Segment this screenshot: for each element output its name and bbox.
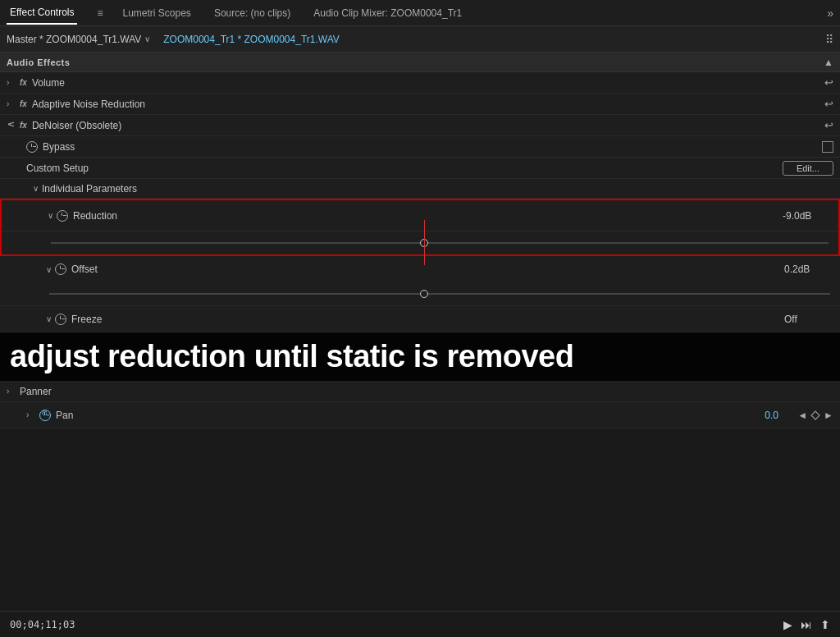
offset-group: ∨ Offset 0.2dB <box>0 256 840 306</box>
volume-expand-arrow[interactable]: › <box>7 78 16 87</box>
active-clip-label[interactable]: ZOOM0004_Tr1 * ZOOM0004_Tr1.WAV <box>163 34 340 45</box>
reduction-expand-arrow[interactable]: ∨ <box>48 211 53 220</box>
main-spacer <box>0 428 840 637</box>
adaptive-noise-row: › fx Adaptive Noise Reduction ↩ <box>0 94 840 115</box>
offset-label: Offset <box>71 264 784 275</box>
tab-audio-clip-mixer[interactable]: Audio Clip Mixer: ZOOM0004_Tr1 <box>310 2 465 24</box>
bypass-label: Bypass <box>43 141 822 153</box>
pan-expand-arrow[interactable]: › <box>26 410 36 419</box>
audio-effects-title: Audio Effects <box>7 57 70 67</box>
tab-source[interactable]: Source: (no clips) <box>211 2 294 24</box>
denoiser-fx-badge: fx <box>20 121 27 130</box>
play-button[interactable]: ▶ <box>783 618 792 631</box>
denoiser-effect-row: ∨ fx DeNoiser (Obsolete) ↩ <box>0 115 840 136</box>
denoiser-effect-name: DeNoiser (Obsolete) <box>32 120 824 131</box>
pan-back-arrow[interactable]: ◄ <box>797 410 807 421</box>
master-clip-label: Master * ZOOM0004_Tr1.WAV <box>7 34 141 45</box>
clip-row-options[interactable]: ⠿ <box>825 33 833 46</box>
volume-effect-name: Volume <box>32 77 824 89</box>
reduction-row: ∨ Reduction -9.0dB <box>2 200 838 231</box>
freeze-row: ∨ Freeze Off <box>0 306 840 332</box>
offset-row: ∨ Offset 0.2dB <box>0 256 840 282</box>
pan-value: 0.0 <box>765 410 797 421</box>
tab-lumetri-scopes[interactable]: Lumetri Scopes <box>120 2 194 24</box>
reduction-slider-red-line <box>424 220 425 265</box>
pan-diamond[interactable] <box>810 410 819 419</box>
pan-controls: ◄ ► <box>797 410 833 421</box>
clip-selector-chevron[interactable]: ∨ <box>144 34 150 44</box>
playback-controls: ▶ ⏭ ⬆ <box>783 618 830 631</box>
edit-button[interactable]: Edit... <box>783 161 833 176</box>
custom-setup-row: Custom Setup Edit... <box>0 158 840 179</box>
pan-forward-arrow[interactable]: ► <box>824 410 833 421</box>
adaptive-noise-name: Adaptive Noise Reduction <box>32 99 824 110</box>
panner-row: › Panner <box>0 381 840 402</box>
tab-effect-controls[interactable]: Effect Controls <box>7 2 77 25</box>
volume-effect-row: › fx Volume ↩ <box>0 72 840 94</box>
panner-expand-arrow[interactable]: › <box>7 387 16 396</box>
offset-slider-track[interactable] <box>49 293 830 295</box>
audio-effects-header: Audio Effects ▲ <box>0 53 840 72</box>
reduction-label: Reduction <box>73 210 783 222</box>
volume-reset-icon[interactable]: ↩ <box>824 76 833 89</box>
pan-label: Pan <box>56 410 765 421</box>
adaptive-noise-fx-badge: fx <box>20 99 27 108</box>
pan-stopwatch-icon[interactable]: ⏱ <box>39 410 51 421</box>
caption-text: adjust reduction until static is removed <box>10 339 573 374</box>
pan-row: › ⏱ Pan 0.0 ◄ ► <box>0 402 840 428</box>
reduction-slider-row <box>2 231 838 254</box>
clip-selector-row: Master * ZOOM0004_Tr1.WAV ∨ ZOOM0004_Tr1… <box>0 26 840 53</box>
timecode-display: 00;04;11;03 <box>10 619 75 630</box>
reduction-group: ∨ Reduction -9.0dB <box>0 199 840 256</box>
freeze-label: Freeze <box>71 314 784 325</box>
freeze-value: Off <box>784 314 833 325</box>
offset-expand-arrow[interactable]: ∨ <box>46 265 52 274</box>
offset-slider-row <box>0 282 840 305</box>
denoiser-reset-icon[interactable]: ↩ <box>824 119 833 131</box>
tab-bar: Effect Controls ≡ Lumetri Scopes Source:… <box>0 0 840 26</box>
volume-fx-badge: fx <box>20 78 27 87</box>
bypass-checkbox[interactable] <box>822 141 833 153</box>
reduction-value: -9.0dB <box>783 210 832 222</box>
caption-bar: adjust reduction until static is removed <box>0 332 840 381</box>
status-bar: 00;04;11;03 ▶ ⏭ ⬆ <box>0 611 840 637</box>
individual-params-row: ∨ Individual Parameters <box>0 179 840 199</box>
denoiser-expand-arrow[interactable]: ∨ <box>6 121 17 131</box>
freeze-stopwatch-icon[interactable] <box>55 314 66 325</box>
tab-menu-icon[interactable]: ≡ <box>97 7 103 19</box>
adaptive-noise-expand-arrow[interactable]: › <box>7 99 16 108</box>
individual-params-arrow[interactable]: ∨ <box>33 184 39 193</box>
adaptive-noise-reset-icon[interactable]: ↩ <box>824 98 833 110</box>
individual-params-label: Individual Parameters <box>42 183 137 195</box>
offset-slider-handle[interactable] <box>420 290 428 298</box>
bypass-row: Bypass <box>0 136 840 158</box>
bypass-stopwatch-icon[interactable] <box>26 141 38 153</box>
offset-value: 0.2dB <box>784 264 833 275</box>
tab-overflow-chevron[interactable]: » <box>827 7 833 20</box>
reduction-stopwatch-icon[interactable] <box>57 210 68 222</box>
reduction-slider-track[interactable] <box>51 242 829 244</box>
scroll-up-icon[interactable]: ▲ <box>824 57 833 68</box>
next-frame-button[interactable]: ⏭ <box>801 618 812 631</box>
panner-label: Panner <box>20 386 52 397</box>
export-button[interactable]: ⬆ <box>820 618 830 631</box>
custom-setup-label: Custom Setup <box>26 163 783 174</box>
offset-stopwatch-icon[interactable] <box>55 264 66 275</box>
freeze-expand-arrow[interactable]: ∨ <box>46 314 52 323</box>
